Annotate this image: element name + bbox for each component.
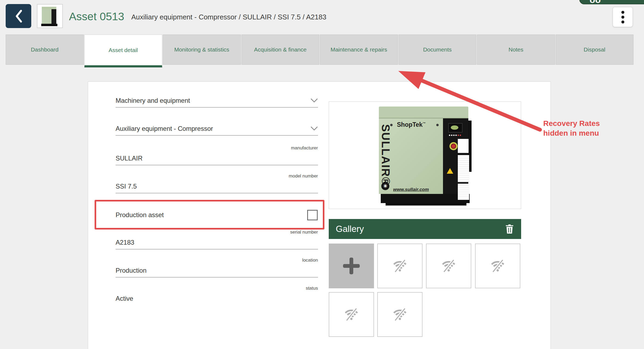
warning-label [458,155,469,182]
asset-detail-page: oo Asset 0513 Auxiliary equipment - Comp… [0,0,644,349]
location-label: location [116,258,318,263]
model-number-value: SSI 7.5 [116,183,137,190]
wifi-off-icon [490,258,505,273]
asset-thumbnail-image [37,4,63,28]
thumb-compressor-base [41,24,57,26]
compressor-base-lip [386,203,466,206]
chevron-down-icon [310,126,318,131]
gallery-add-tile[interactable] [329,244,374,288]
trash-icon [505,224,514,234]
more-options-button[interactable] [613,7,633,27]
top-toast-clipped[interactable]: oo [579,0,644,4]
tab-bar: Dashboard Asset detail Monitoring & stat… [6,35,633,65]
manufacturer-value: SULLAIR [116,155,143,162]
plus-icon [343,258,360,274]
kebab-dot [621,11,624,14]
warning-label [458,184,469,200]
sullair-vertical-logo-text: SULLAIR® [380,119,392,191]
compressor-base [381,194,470,203]
subcategory-select[interactable]: Auxiliary equipment - Compressor [116,125,318,136]
control-led-row [449,135,461,136]
status-value: Active [116,295,133,302]
highlight-rectangle [95,200,324,230]
wifi-off-icon [392,307,407,322]
status-field[interactable]: Active [116,295,318,302]
gallery-placeholder-tile[interactable] [377,292,423,337]
thumb-compressor-panel [51,9,56,24]
shoptek-logo-text: ShopTek™ [397,121,425,128]
chevron-down-icon [310,98,318,103]
thumb-compressor-lid [42,7,56,9]
subcategory-value: Auxiliary equipment - Compressor [116,125,213,132]
wifi-off-icon [344,307,359,322]
model-number-field[interactable]: SSI 7.5 [116,183,318,193]
hazard-label [458,139,469,153]
sullair-globe-logo: ✳ [381,182,389,190]
warning-triangle-icon [447,168,453,174]
category-select[interactable]: Machinery and equipment [116,97,318,108]
header-title-group: Asset 0513 Auxiliary equipment - Compres… [69,0,326,33]
wifi-off-icon [441,258,456,273]
gallery-placeholder-tile[interactable] [475,244,520,288]
chevron-left-icon [14,9,23,23]
tab-dashboard[interactable]: Dashboard [6,35,84,65]
annotation-text: Recovery Rates hidden in menu [543,119,613,138]
gallery-placeholder-tile[interactable] [329,292,374,337]
serial-number-label: serial number [116,230,318,235]
gallery-title: Gallery [336,224,364,234]
screw-dot [436,124,439,126]
wifi-off-icon [392,258,407,273]
product-photo: ShopTek™ SULLAIR® ✳ www.sullair.com [329,101,521,209]
manufacturer-label: manufacturer [116,145,318,151]
gallery-placeholder-tile[interactable] [426,244,471,288]
kebab-dot [621,16,624,19]
tab-acquisition-finance[interactable]: Acquisition & finance [241,35,320,65]
location-value: Production [116,267,147,274]
compressor-lid [379,107,468,118]
serial-number-value: A2183 [116,239,134,246]
control-display [448,123,462,132]
model-number-label: model number [116,173,318,179]
tab-disposal[interactable]: Disposal [556,35,634,65]
tab-asset-detail[interactable]: Asset detail [84,35,162,67]
page-title: Asset 0513 [69,10,124,23]
tab-maintenance-repairs[interactable]: Maintenance & repairs [320,35,398,65]
gallery-placeholder-tile[interactable] [377,244,423,288]
category-value: Machinery and equipment [116,97,190,104]
serial-number-field[interactable]: A2183 [116,239,318,249]
tab-documents[interactable]: Documents [399,35,477,65]
kebab-dot [621,20,624,23]
manufacturer-field[interactable]: SULLAIR [116,155,318,165]
emergency-stop-button [449,142,458,150]
gallery-header: Gallery [329,219,521,239]
status-label: status [116,286,318,291]
gallery-delete-button[interactable] [505,224,514,234]
tab-monitoring-statistics[interactable]: Monitoring & statistics [163,35,241,65]
back-button[interactable] [6,4,31,28]
tab-notes[interactable]: Notes [477,35,555,65]
sullair-website-text: www.sullair.com [393,187,429,192]
page-subtitle: Auxiliary equipment - Compressor / SULLA… [131,12,326,21]
thumb-compressor-door [42,9,51,24]
top-toast-partial-text: oo [590,0,601,4]
location-field[interactable]: Production [116,267,318,278]
